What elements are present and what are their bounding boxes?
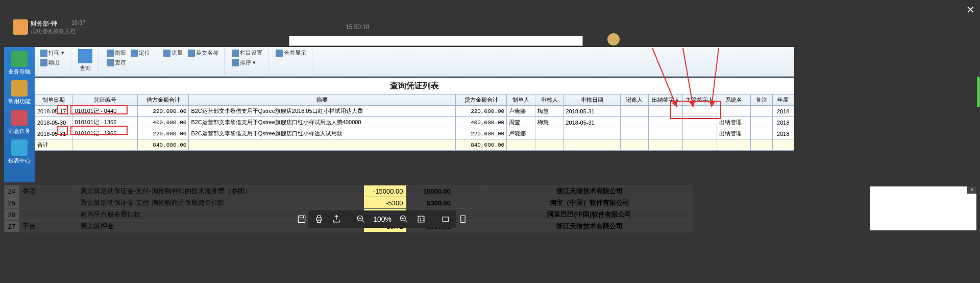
col-year[interactable]: 年度	[772, 95, 794, 106]
col-credit[interactable]: 贷方金额合计	[456, 95, 507, 106]
cell-sys_name[interactable]: 出纳管理	[717, 117, 751, 128]
col-summary[interactable]: 摘要	[189, 95, 456, 106]
columns-icon	[232, 50, 239, 57]
merge-icon	[276, 50, 283, 57]
svg-rect-17	[461, 216, 465, 222]
print-button[interactable]: 打印 ▾	[40, 49, 64, 57]
cell-maker[interactable]: 卢晓娜	[507, 128, 535, 139]
fit-icon[interactable]: 1:1	[416, 214, 426, 224]
cell-debit[interactable]: 400,000.00	[138, 117, 189, 128]
cell-date[interactable]: 2018-05-30	[35, 117, 72, 128]
cell-remark[interactable]	[751, 117, 772, 128]
cell-supervisor[interactable]	[682, 106, 717, 117]
col-voucher-no[interactable]: 凭证编号	[72, 95, 138, 106]
cell-debit[interactable]: 220,000.00	[138, 128, 189, 139]
cell-audit_date[interactable]: 2018-05-31	[564, 117, 620, 128]
zoom-in-icon[interactable]	[399, 214, 409, 224]
thumbnail-close-icon[interactable]: ×	[967, 186, 976, 194]
zoom-out-icon[interactable]	[356, 214, 366, 224]
print-icon[interactable]	[314, 214, 324, 224]
sidebar-item-msg[interactable]: 消息任务	[4, 106, 35, 136]
refresh-button[interactable]: 刷新	[107, 49, 126, 57]
print-icon	[40, 50, 47, 57]
cell-maker[interactable]: 卢晓娜	[507, 106, 535, 117]
column-settings-button[interactable]: 栏目设置	[232, 49, 262, 57]
flow-button[interactable]: 流量	[163, 49, 183, 57]
total-debit: 840,000.00	[138, 139, 189, 151]
cell-cashier_sign[interactable]	[649, 117, 683, 128]
cell-audit_date[interactable]: 2018-05-31	[564, 106, 620, 117]
address-bar[interactable]	[289, 36, 583, 46]
cell-date[interactable]: 2018-05-31	[35, 128, 72, 139]
cell-summary[interactable]: B2C运营部文李黎借支用于Qstree旗舰店2018.05口红小样试用达人费	[189, 106, 456, 117]
merge-display-button[interactable]: 合并显示	[276, 49, 306, 57]
rotate-icon[interactable]	[440, 214, 451, 224]
cell-credit[interactable]: 400,000.00	[456, 117, 507, 128]
query-button[interactable]: 查询	[78, 48, 92, 72]
table-row[interactable]: 2018-05-17010101记 - 0440220,000.00B2C运营部…	[35, 106, 794, 117]
cell-bookkeeper[interactable]	[620, 106, 649, 117]
share-icon[interactable]	[331, 214, 341, 224]
cell-bookkeeper[interactable]	[620, 128, 649, 139]
cell-credit[interactable]: 220,000.00	[456, 106, 507, 117]
cell-audit_date[interactable]	[564, 128, 620, 139]
sidebar-item-nav[interactable]: 业务导航	[4, 47, 35, 77]
cell-bookkeeper[interactable]	[620, 117, 649, 128]
close-button[interactable]: ✕	[963, 2, 978, 17]
col-sys-name[interactable]: 系统名	[717, 95, 751, 106]
col-audit-date[interactable]: 审核日期	[564, 95, 620, 106]
cell-year[interactable]: 2018	[772, 128, 794, 139]
cell-voucher_no[interactable]: 010101记 - 1965	[72, 128, 138, 139]
cell-remark[interactable]	[751, 106, 772, 117]
cell-auditor[interactable]: 梅慧	[535, 117, 564, 128]
sidebar-item-fav[interactable]: 常用功能	[4, 77, 35, 106]
cell-summary[interactable]: B2C运营部文李黎借支用于Qstree旗舰店口红小样达人试用款	[189, 128, 456, 139]
cell-date[interactable]: 2018-05-17	[35, 106, 72, 117]
col-date[interactable]: 制单日期	[35, 95, 72, 106]
thumbnail-preview[interactable]: ×	[870, 186, 977, 231]
col-maker[interactable]: 制单人	[507, 95, 535, 106]
scrollbar[interactable]	[977, 77, 980, 107]
english-name-button[interactable]: 英文名称	[188, 49, 218, 57]
cell-remark[interactable]	[751, 128, 772, 139]
cell-debit[interactable]: 220,000.00	[138, 106, 189, 117]
col-cashier-sign[interactable]: 出纳签字人	[649, 95, 683, 106]
mail-icon	[11, 110, 28, 126]
page-icon[interactable]	[458, 214, 468, 224]
cell-credit[interactable]: 220,000.00	[456, 128, 507, 139]
cell-sys_name[interactable]: 出纳管理	[717, 128, 751, 139]
cell-cashier_sign[interactable]	[649, 128, 683, 139]
col-supervisor[interactable]: 主管签字人	[682, 95, 717, 106]
sort-button[interactable]: 排序 ▾	[232, 59, 256, 66]
cell-summary[interactable]: B2C运营部文李黎借支用于Qstree旗舰店口红小样试用达人费400000	[189, 117, 456, 128]
chat-time: 15:37	[71, 19, 86, 26]
cell-voucher_no[interactable]: 010101记 - 1366	[72, 117, 138, 128]
cell-supervisor[interactable]	[682, 128, 717, 139]
cell-voucher_no[interactable]: 010101记 - 0440	[72, 106, 138, 117]
table-row[interactable]: 2018-05-30010101记 - 1366400,000.00B2C运营部…	[35, 117, 794, 128]
cell-year[interactable]: 2018	[772, 106, 794, 117]
locate-button[interactable]: 定位	[131, 49, 150, 57]
table-row[interactable]: 2018-05-31010101记 - 1965220,000.00B2C运营部…	[35, 128, 794, 139]
svg-rect-16	[443, 217, 449, 221]
cell-sys_name[interactable]	[717, 106, 751, 117]
cell-auditor[interactable]: 梅慧	[535, 106, 564, 117]
col-bookkeeper[interactable]: 记账人	[620, 95, 649, 106]
col-auditor[interactable]: 审核人	[535, 95, 564, 106]
cell-auditor[interactable]	[535, 128, 564, 139]
bg-row: 25聚划算活动保证金-支付-淘抢购商品保底佣金扣款-53005300.00淘宝（…	[5, 197, 693, 209]
cell-supervisor[interactable]	[682, 117, 717, 128]
cell-year[interactable]: 2018	[772, 117, 794, 128]
export-button[interactable]: 输出	[40, 59, 60, 66]
save-icon	[107, 59, 114, 66]
cell-maker[interactable]: 周莹	[507, 117, 535, 128]
page-title: 查询凭证列表	[35, 78, 794, 94]
cell-cashier_sign[interactable]	[649, 106, 683, 117]
flow-icon	[163, 50, 170, 57]
save-icon[interactable]	[297, 214, 307, 224]
sidebar-item-report[interactable]: 报表中心	[4, 136, 35, 166]
col-remark[interactable]: 备注	[751, 95, 772, 106]
col-debit[interactable]: 借方金额合计	[138, 95, 189, 106]
sort-icon	[232, 59, 239, 66]
savequery-button[interactable]: 查存	[107, 59, 126, 66]
